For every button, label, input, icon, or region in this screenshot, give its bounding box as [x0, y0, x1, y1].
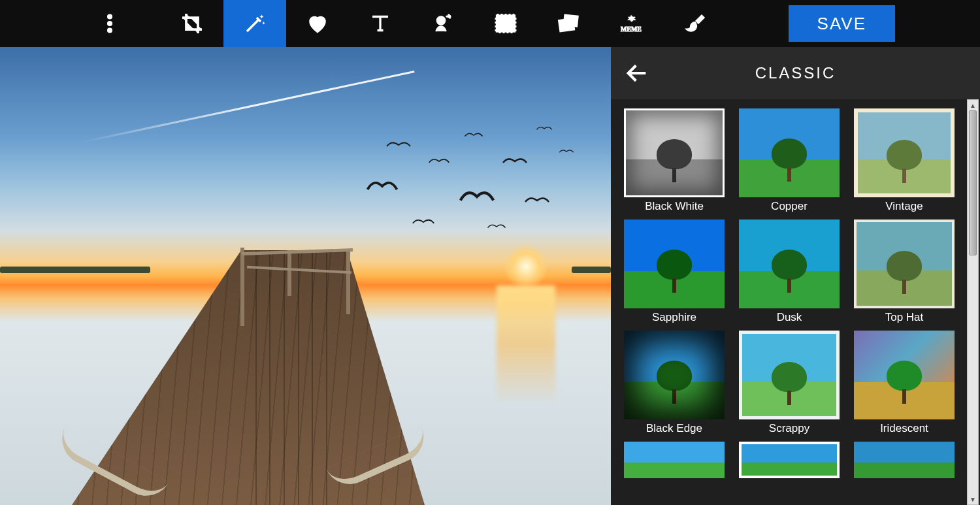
frame-button[interactable]: [474, 0, 537, 47]
filter-item[interactable]: Black White: [624, 108, 725, 214]
scroll-up-button[interactable]: ▲: [968, 100, 978, 110]
filter-item[interactable]: Copper: [739, 108, 840, 214]
menu-button[interactable]: [78, 0, 141, 47]
filter-grid: Black WhiteCopperVintageSapphireDuskTop …: [624, 108, 960, 478]
filter-thumbnail: [739, 108, 840, 197]
svg-rect-4: [497, 16, 515, 31]
magic-wand-icon: [243, 12, 267, 35]
overlay-icon: [557, 12, 580, 35]
effects-button[interactable]: [223, 0, 286, 47]
filter-thumbnail: [624, 108, 725, 197]
filter-item[interactable]: Top Hat: [854, 220, 955, 325]
brush-button[interactable]: [662, 0, 725, 47]
filter-item[interactable]: [739, 442, 840, 478]
bird-icon: [428, 155, 450, 168]
filter-thumbnail: [854, 108, 955, 197]
meme-button[interactable]: MEME: [600, 0, 662, 47]
filter-thumbnail: [854, 442, 955, 478]
bird-icon: [523, 194, 551, 207]
filter-label: Black White: [624, 197, 725, 214]
svg-point-2: [108, 28, 112, 33]
scroll-down-button[interactable]: ▼: [968, 494, 978, 504]
filter-label: Copper: [739, 197, 840, 214]
svg-point-0: [108, 14, 112, 19]
scrollbar-track[interactable]: [968, 110, 978, 494]
filter-thumbnail: [854, 220, 955, 308]
filter-item[interactable]: Scrappy: [739, 331, 840, 436]
svg-text:MEME: MEME: [621, 25, 642, 33]
filter-item[interactable]: [624, 442, 725, 478]
filter-thumbnail: [624, 442, 725, 478]
svg-point-3: [437, 17, 445, 25]
filter-item[interactable]: Sapphire: [624, 220, 725, 325]
heart-icon: [306, 12, 329, 35]
bird-icon: [412, 216, 435, 229]
filter-item[interactable]: Vintage: [854, 108, 955, 214]
filter-thumbnail: [739, 331, 840, 419]
editor-canvas[interactable]: [0, 47, 611, 505]
retouch-icon: [431, 12, 455, 35]
filter-label: Black Edge: [624, 419, 725, 436]
frame-icon: [494, 12, 517, 35]
bird-icon: [500, 155, 530, 168]
retouch-button[interactable]: [412, 0, 474, 47]
scrollbar-thumb[interactable]: [969, 110, 977, 255]
bird-icon: [559, 145, 574, 158]
filter-label: Iridescent: [854, 419, 955, 436]
bird-icon: [464, 129, 483, 142]
panel-header: CLASSIC: [611, 47, 980, 99]
bird-icon: [457, 187, 497, 206]
panel-title: CLASSIC: [611, 64, 980, 82]
text-icon: [368, 12, 392, 35]
scrollbar[interactable]: ▲ ▼: [967, 99, 979, 505]
bird-icon: [536, 122, 553, 135]
filter-item[interactable]: Black Edge: [624, 331, 725, 436]
filter-item[interactable]: Iridescent: [854, 331, 955, 436]
menu-icon: [98, 12, 122, 35]
back-button[interactable]: [611, 47, 663, 99]
filter-label: Dusk: [739, 308, 840, 325]
bird-icon: [385, 138, 412, 152]
filter-label: Sapphire: [624, 308, 725, 325]
crop-icon: [180, 12, 204, 35]
canvas-contrail: [82, 71, 414, 143]
content: CLASSIC Black WhiteCopperVintageSapphire…: [0, 47, 980, 505]
toolbar: MEME SAVE: [0, 0, 980, 47]
favorites-button[interactable]: [286, 0, 349, 47]
save-button[interactable]: SAVE: [789, 5, 895, 42]
overlay-button[interactable]: [537, 0, 600, 47]
filter-thumbnail: [739, 442, 840, 478]
bird-icon: [366, 178, 399, 195]
filter-panel: CLASSIC Black WhiteCopperVintageSapphire…: [611, 47, 980, 505]
filter-label: Vintage: [854, 197, 955, 214]
meme-icon: MEME: [619, 12, 643, 35]
arrow-left-icon: [624, 60, 650, 86]
text-button[interactable]: [349, 0, 412, 47]
filter-thumbnail: [624, 331, 725, 419]
filter-item[interactable]: [854, 442, 955, 478]
brush-icon: [682, 12, 706, 35]
filter-thumbnail: [739, 220, 840, 308]
canvas-dock: [72, 250, 425, 505]
crop-button[interactable]: [161, 0, 223, 47]
filter-label: Top Hat: [854, 308, 955, 325]
canvas-sun: [503, 244, 549, 289]
svg-point-8: [568, 18, 570, 21]
filter-thumbnail: [624, 220, 725, 308]
filter-thumbnail: [854, 331, 955, 419]
svg-point-1: [108, 22, 112, 26]
bird-icon: [487, 220, 506, 233]
filter-label: Scrappy: [739, 419, 840, 436]
filter-scroll-area: Black WhiteCopperVintageSapphireDuskTop …: [611, 99, 980, 505]
filter-item[interactable]: Dusk: [739, 220, 840, 325]
